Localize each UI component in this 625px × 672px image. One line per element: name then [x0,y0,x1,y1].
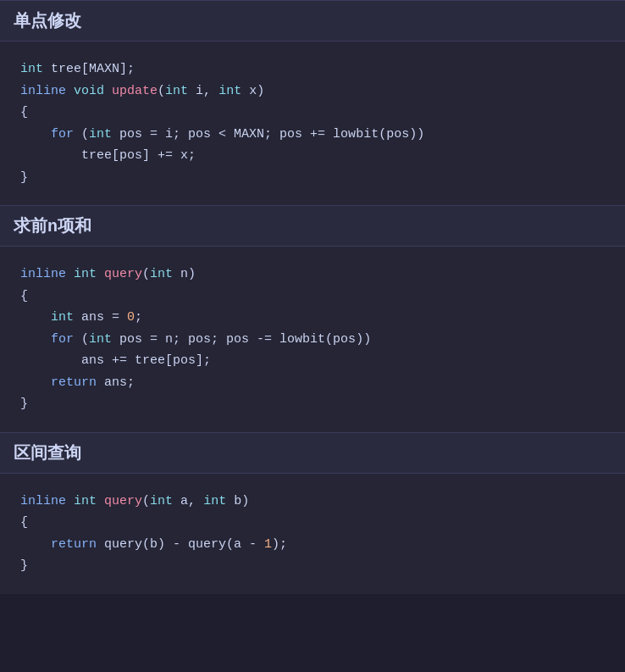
section-header-range-query: 区间查询 [0,432,625,474]
code-line-rq3: return query(b) - query(a - 1); [20,534,605,556]
code-block-single-update: int tree[MAXN];inline void update(int i,… [0,42,625,205]
code-line-ps5: ans += tree[pos]; [20,350,605,372]
code-line-ps6: return ans; [20,372,605,394]
code-line-ps2: { [20,286,605,308]
app-container: 单点修改int tree[MAXN];inline void update(in… [0,0,625,594]
code-line-ps4: for (int pos = n; pos; pos -= lowbit(pos… [20,329,605,351]
code-line-su2: inline void update(int i, int x) [20,81,605,103]
code-line-rq1: inline int query(int a, int b) [20,491,605,513]
code-block-prefix-sum: inline int query(int n){ int ans = 0; fo… [0,247,625,432]
code-line-su3: { [20,102,605,124]
code-line-su4: for (int pos = i; pos < MAXN; pos += low… [20,124,605,146]
code-line-rq2: { [20,512,605,534]
code-line-su5: tree[pos] += x; [20,145,605,167]
section-header-prefix-sum: 求前n项和 [0,205,625,247]
code-line-ps7: } [20,393,605,415]
code-line-rq4: } [20,555,605,577]
code-block-range-query: inline int query(int a, int b){ return q… [0,474,625,594]
code-line-su6: } [20,167,605,189]
code-line-ps1: inline int query(int n) [20,264,605,286]
code-line-ps3: int ans = 0; [20,307,605,329]
section-header-single-update: 单点修改 [0,0,625,42]
code-line-su1: int tree[MAXN]; [20,58,605,81]
